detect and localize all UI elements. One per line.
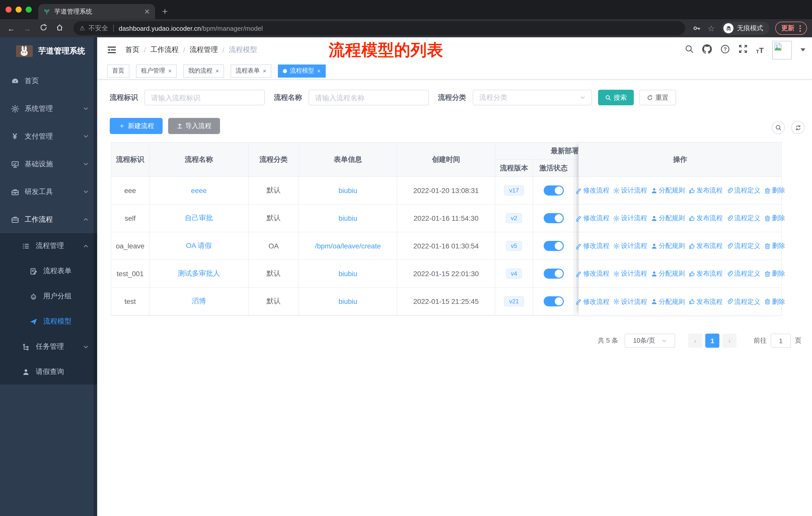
forward-icon[interactable]: → (21, 24, 33, 32)
form-info-link[interactable]: biubiu (339, 297, 357, 305)
active-toggle[interactable] (544, 241, 563, 251)
close-icon[interactable]: × (168, 67, 172, 74)
current-page-button[interactable]: 1 (705, 333, 719, 348)
github-icon[interactable] (702, 44, 712, 56)
tag-process-form[interactable]: 流程表单× (231, 64, 271, 77)
window-zoom-button[interactable] (26, 6, 32, 12)
publish-process-link[interactable]: 发布流程 (689, 241, 723, 250)
tag-home[interactable]: 首页 (107, 64, 129, 77)
next-page-button[interactable]: › (722, 333, 736, 348)
help-icon[interactable]: ? (720, 44, 730, 56)
page-size-select[interactable]: 10条/页 (625, 333, 675, 348)
process-key-input[interactable] (144, 90, 265, 105)
home-icon[interactable] (53, 24, 65, 33)
tab-close-icon[interactable]: ✕ (144, 7, 150, 16)
reset-button[interactable]: 重置 (639, 90, 676, 105)
process-definition-link[interactable]: 流程定义 (726, 269, 760, 278)
window-close-button[interactable] (5, 6, 11, 12)
assign-rule-link[interactable]: 分配规则 (651, 186, 685, 195)
prev-page-button[interactable]: ‹ (688, 333, 702, 348)
sidebar-item-process-mgmt[interactable]: 流程管理 (0, 233, 97, 259)
design-process-link[interactable]: 设计流程 (613, 186, 647, 195)
active-toggle[interactable] (544, 296, 563, 306)
edit-process-link[interactable]: 修改流程 (575, 269, 609, 278)
browser-tab[interactable]: 芋道管理系统 ✕ (38, 4, 155, 19)
assign-rule-link[interactable]: 分配规则 (651, 269, 685, 278)
design-process-link[interactable]: 设计流程 (613, 214, 647, 223)
assign-rule-link[interactable]: 分配规则 (651, 241, 685, 250)
delete-link[interactable]: 删除 (764, 241, 785, 250)
search-button[interactable]: 搜索 (598, 90, 634, 105)
close-icon[interactable]: × (317, 67, 321, 74)
password-key-icon[interactable] (692, 24, 700, 32)
process-name-link[interactable]: 自己审批 (185, 214, 213, 223)
back-icon[interactable]: ← (5, 24, 17, 32)
browser-update-button[interactable]: 更新 (775, 22, 807, 35)
bookmark-star-icon[interactable]: ☆ (707, 23, 715, 33)
new-tab-button[interactable]: + (162, 4, 168, 19)
goto-page-input[interactable] (771, 333, 791, 348)
fullscreen-icon[interactable] (738, 44, 747, 55)
refresh-table-button[interactable] (791, 121, 805, 134)
category-select[interactable]: 流程分类 (473, 90, 592, 105)
form-info-link[interactable]: biubiu (339, 270, 357, 278)
delete-link[interactable]: 删除 (764, 186, 785, 195)
assign-rule-link[interactable]: 分配规则 (651, 297, 685, 306)
design-process-link[interactable]: 设计流程 (613, 241, 647, 250)
reload-icon[interactable] (37, 24, 49, 33)
avatar[interactable] (772, 40, 792, 59)
avatar-caret-icon[interactable] (801, 48, 806, 51)
sidebar-collapse-icon[interactable] (107, 45, 117, 57)
process-name-link[interactable]: 测试多审批人 (178, 269, 220, 278)
show-search-icon-button[interactable] (772, 121, 785, 134)
sidebar-scrollbar[interactable] (94, 37, 97, 516)
form-info-link[interactable]: /bpm/oa/leave/create (315, 242, 381, 250)
import-process-button[interactable]: 导入流程 (168, 118, 220, 134)
active-toggle[interactable] (544, 185, 563, 195)
publish-process-link[interactable]: 发布流程 (689, 186, 723, 195)
process-definition-link[interactable]: 流程定义 (726, 241, 760, 250)
close-icon[interactable]: × (263, 67, 266, 74)
tag-my-process[interactable]: 我的流程× (183, 64, 224, 77)
form-info-link[interactable]: biubiu (339, 186, 357, 194)
delete-link[interactable]: 删除 (764, 214, 785, 223)
edit-process-link[interactable]: 修改流程 (575, 241, 609, 250)
process-name-link[interactable]: eeee (191, 186, 207, 194)
sidebar-item-system[interactable]: 系统管理 (0, 95, 97, 123)
window-minimize-button[interactable] (16, 6, 22, 12)
publish-process-link[interactable]: 发布流程 (689, 269, 723, 278)
sidebar-item-workflow[interactable]: 工作流程 (0, 206, 97, 233)
sidebar-item-process-model[interactable]: 流程模型 (0, 309, 97, 334)
browser-menu-icon[interactable] (800, 27, 801, 29)
publish-process-link[interactable]: 发布流程 (689, 297, 723, 306)
sidebar-item-process-form[interactable]: 流程表单 (0, 259, 97, 284)
breadcrumb-item[interactable]: 工作流程 (150, 45, 179, 54)
active-toggle[interactable] (544, 269, 563, 279)
edit-process-link[interactable]: 修改流程 (575, 186, 609, 195)
close-icon[interactable]: × (215, 67, 219, 74)
font-size-icon[interactable]: TT (756, 46, 764, 54)
sidebar-item-infrastructure[interactable]: 基础设施 (0, 150, 97, 178)
form-info-link[interactable]: biubiu (339, 214, 357, 222)
search-icon[interactable] (685, 44, 693, 55)
sidebar-item-devtools[interactable]: 研发工具 (0, 178, 97, 206)
edit-process-link[interactable]: 修改流程 (575, 214, 609, 223)
breadcrumb-item[interactable]: 流程管理 (190, 45, 218, 54)
process-name-link[interactable]: 滔博 (192, 297, 206, 306)
process-definition-link[interactable]: 流程定义 (726, 214, 760, 223)
process-name-input[interactable] (309, 90, 429, 105)
publish-process-link[interactable]: 发布流程 (689, 214, 723, 223)
assign-rule-link[interactable]: 分配规则 (651, 214, 685, 223)
url-bar[interactable]: ⚠ 不安全 dashboard.yudao.iocoder.cn/bpm/man… (74, 21, 685, 35)
process-definition-link[interactable]: 流程定义 (726, 297, 760, 306)
tag-process-model[interactable]: 流程模型× (278, 64, 326, 77)
sidebar-item-task-mgmt[interactable]: 任务管理 (0, 334, 97, 359)
sidebar-item-user-group[interactable]: 用户分组 (0, 284, 97, 309)
process-definition-link[interactable]: 流程定义 (726, 186, 760, 195)
delete-link[interactable]: 删除 (764, 297, 785, 306)
edit-process-link[interactable]: 修改流程 (575, 297, 609, 306)
active-toggle[interactable] (544, 213, 563, 223)
sidebar-item-leave-query[interactable]: 请假查询 (0, 359, 97, 384)
create-process-button[interactable]: ＋ 新建流程 (110, 118, 163, 134)
design-process-link[interactable]: 设计流程 (613, 297, 647, 306)
